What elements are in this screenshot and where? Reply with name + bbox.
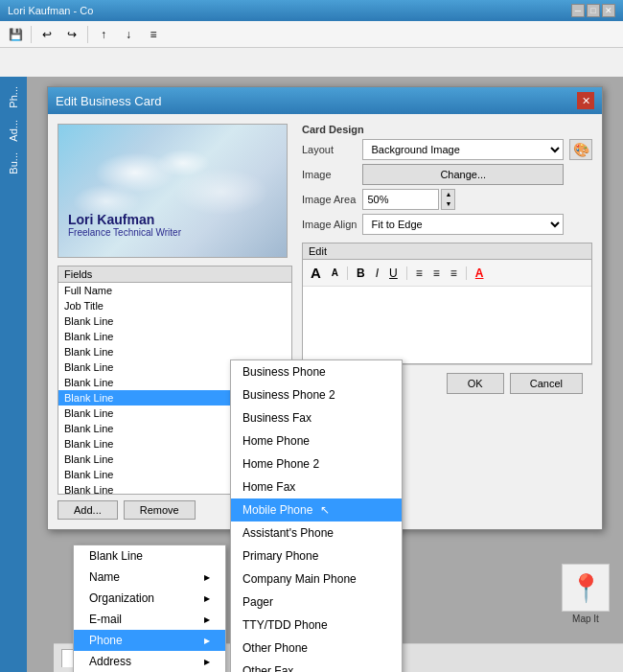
context-menu-item-name[interactable]: Name — [74, 567, 225, 588]
up-button[interactable]: ↑ — [92, 24, 115, 45]
image-area-spinner: ▲ ▼ — [441, 189, 455, 210]
layout-label: Layout — [302, 144, 357, 155]
card-design-label: Card Design — [302, 124, 592, 135]
dialog-close-button[interactable]: ✕ — [577, 92, 594, 109]
phone-submenu-item-assistant-s-phone[interactable]: Assistant's Phone — [231, 521, 402, 545]
down-button[interactable]: ↓ — [117, 24, 140, 45]
font-color-button[interactable]: A — [472, 265, 488, 282]
field-item[interactable]: Full Name — [58, 283, 291, 298]
context-menu-item-blank-line[interactable]: Blank Line — [74, 545, 225, 567]
phone-submenu-item-company-main-phone[interactable]: Company Main Phone — [231, 568, 402, 591]
field-item[interactable]: Blank Line — [58, 344, 291, 359]
main-toolbar: 💾 ↩ ↪ ↑ ↓ ≡ — [0, 21, 623, 48]
context-menu-item-e-mail[interactable]: E-mail — [74, 609, 225, 630]
phone-submenu-item-business-phone[interactable]: Business Phone — [231, 360, 402, 383]
layout-select[interactable]: Background Image — [362, 139, 564, 160]
align-center-button[interactable]: ≡ — [429, 265, 444, 282]
cancel-button[interactable]: Cancel — [510, 373, 583, 394]
toolbar-separator-2 — [87, 26, 88, 43]
app-background: 💾 ↩ ↪ ↑ ↓ ≡ Ph... Ad... Bu... Edit Busin… — [0, 21, 623, 672]
map-icon: 📍 — [562, 564, 610, 612]
field-item[interactable]: Job Title — [58, 298, 291, 313]
edit-sep-2 — [406, 266, 407, 280]
more-options-button[interactable]: ≡ — [142, 24, 165, 45]
map-it-area: 📍 Map It — [562, 564, 610, 624]
edit-content-area[interactable] — [303, 287, 591, 363]
card-image-preview: Lori Kaufman Freelance Technical Writer — [58, 124, 288, 258]
phone-submenu-item-business-phone-2[interactable]: Business Phone 2 — [231, 383, 402, 406]
phone-submenu-item-home-phone-2[interactable]: Home Phone 2 — [231, 452, 402, 475]
sidebar-tab-business[interactable]: Bu... — [4, 147, 23, 180]
ok-button[interactable]: OK — [447, 373, 504, 394]
dialog-title-bar: Edit Business Card ✕ — [48, 87, 602, 114]
spinner-up-button[interactable]: ▲ — [442, 190, 454, 199]
font-size-small-button[interactable]: A — [328, 266, 342, 280]
edit-section: Edit A A B I U ≡ ≡ ≡ — [302, 243, 592, 364]
phone-submenu-item-primary-phone[interactable]: Primary Phone — [231, 545, 402, 568]
app-title: Lori Kaufman - Co — [8, 5, 93, 16]
context-menu-item-address[interactable]: Address — [74, 651, 225, 672]
field-item[interactable]: Blank Line — [58, 329, 291, 344]
phone-submenu-item-pager[interactable]: Pager — [231, 591, 402, 614]
minimize-button[interactable]: ─ — [571, 4, 585, 17]
image-area-control: 50% ▲ ▼ — [362, 189, 564, 210]
remove-field-button[interactable]: Remove — [124, 500, 196, 520]
card-name: Lori Kaufman — [68, 212, 181, 227]
spinner-down-button[interactable]: ▼ — [442, 199, 454, 209]
add-context-menu: Blank LineNameOrganizationE-mailPhoneAdd… — [73, 545, 226, 672]
change-image-button[interactable]: Change... — [362, 164, 564, 185]
app-title-bar: Lori Kaufman - Co ─ □ ✕ — [0, 0, 623, 21]
phone-submenu-item-business-fax[interactable]: Business Fax — [231, 406, 402, 429]
edit-sep-1 — [347, 266, 348, 280]
phone-submenu-item-home-phone[interactable]: Home Phone — [231, 429, 402, 452]
card-design-grid: Layout Background Image 🎨 Image Change..… — [302, 139, 592, 235]
close-button[interactable]: ✕ — [602, 4, 615, 17]
edit-toolbar: A A B I U ≡ ≡ ≡ A — [303, 260, 591, 287]
image-align-select[interactable]: Fit to Edge — [362, 214, 564, 235]
underline-button[interactable]: U — [385, 265, 402, 282]
image-label: Image — [302, 169, 357, 180]
card-job-title: Freelance Technical Writer — [68, 227, 181, 238]
phone-submenu-item-mobile-phone[interactable]: Mobile Phone↖ — [231, 498, 402, 521]
card-text-overlay: Lori Kaufman Freelance Technical Writer — [68, 212, 181, 238]
edit-sep-3 — [466, 266, 467, 280]
toolbar-separator-1 — [31, 26, 32, 43]
image-align-label: Image Align — [302, 219, 357, 230]
left-sidebar: Ph... Ad... Bu... — [0, 77, 27, 672]
edit-label: Edit — [303, 243, 591, 260]
map-it-label[interactable]: Map It — [572, 614, 599, 624]
undo-button[interactable]: ↩ — [35, 24, 58, 45]
phone-submenu-item-other-phone[interactable]: Other Phone — [231, 637, 402, 660]
align-left-button[interactable]: ≡ — [412, 265, 427, 282]
background-color-button[interactable]: 🎨 — [569, 139, 592, 160]
sidebar-tab-phone[interactable]: Ph... — [4, 81, 23, 114]
phone-submenu-item-home-fax[interactable]: Home Fax — [231, 475, 402, 498]
bold-button[interactable]: B — [353, 265, 369, 282]
fields-label: Fields — [58, 266, 291, 283]
save-button[interactable]: 💾 — [4, 24, 27, 45]
maximize-button[interactable]: □ — [587, 4, 600, 17]
phone-submenu: Business PhoneBusiness Phone 2Business F… — [230, 359, 403, 672]
align-right-button[interactable]: ≡ — [447, 265, 461, 282]
title-bar-controls: ─ □ ✕ — [571, 4, 615, 17]
phone-submenu-item-other-fax[interactable]: Other Fax — [231, 660, 402, 672]
image-area-input[interactable]: 50% — [362, 189, 439, 210]
add-field-button[interactable]: Add... — [58, 500, 118, 520]
italic-button[interactable]: I — [372, 265, 382, 282]
context-menu-item-organization[interactable]: Organization — [74, 588, 225, 609]
phone-submenu-item-tty/tdd-phone[interactable]: TTY/TDD Phone — [231, 614, 402, 637]
image-area-label: Image Area — [302, 194, 357, 205]
sidebar-tab-address[interactable]: Ad... — [4, 114, 23, 148]
field-item[interactable]: Blank Line — [58, 313, 291, 329]
font-size-large-button[interactable]: A — [307, 263, 325, 283]
context-menu-item-phone[interactable]: Phone — [74, 630, 225, 651]
redo-button[interactable]: ↪ — [60, 24, 83, 45]
color-swatch-icon: 🎨 — [573, 142, 589, 157]
dialog-title-text: Edit Business Card — [56, 94, 162, 108]
main-content: Edit Business Card ✕ Lori Kaufman Freela… — [27, 77, 623, 672]
